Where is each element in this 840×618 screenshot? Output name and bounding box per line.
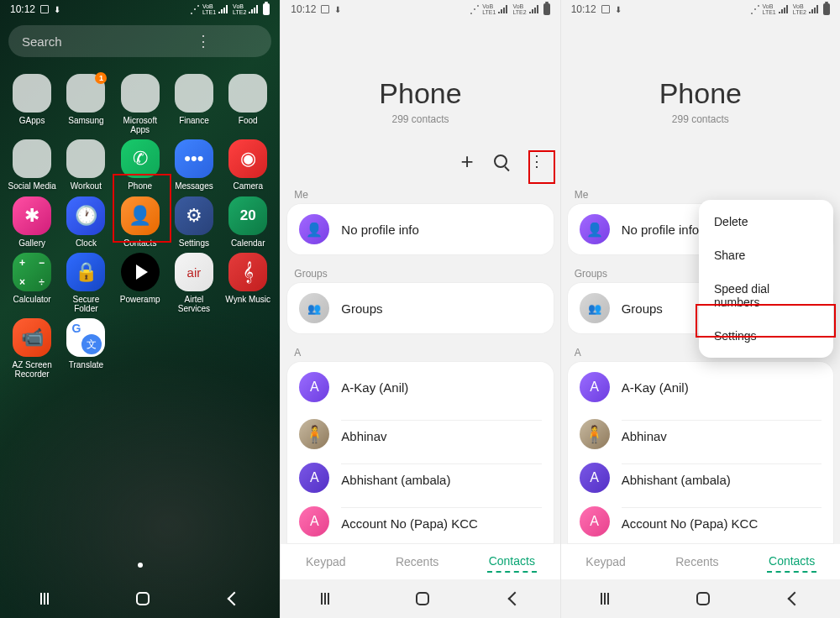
app-gapps[interactable]: GApps — [5, 74, 59, 134]
wifi-icon: ⋰ — [470, 3, 480, 15]
wifi-icon: ⋰ — [190, 3, 200, 15]
contact-row[interactable]: AAbhishant (ambala) — [568, 456, 833, 500]
contact-row[interactable]: AA-Kay (Anil) — [287, 362, 553, 412]
add-contact-button[interactable]: + — [460, 149, 473, 175]
contact-avatar-icon: 🧍 — [299, 419, 329, 449]
nav-recents-button[interactable] — [321, 593, 336, 605]
search-more-icon[interactable]: ⋮ — [143, 32, 264, 50]
nav-back-button[interactable] — [507, 592, 522, 606]
lte1-icon: VoBLTE1 — [202, 3, 216, 15]
me-card[interactable]: 👤 No profile info — [287, 204, 553, 254]
app-label: Messages — [175, 182, 213, 191]
app-phone[interactable]: ✆Phone — [113, 139, 167, 191]
contact-avatar-icon: 🧍 — [580, 419, 610, 449]
folder-icon — [13, 139, 51, 178]
contact-row[interactable]: AAbhishant (ambala) — [287, 456, 553, 500]
app-microsoft-apps[interactable]: Microsoft Apps — [113, 74, 167, 134]
nav-recents-button[interactable] — [40, 593, 55, 605]
phone-app-screen: 10:12 ⬇ ⋰ VoBLTE1 VoBLTE2 Phone 299 cont… — [280, 0, 559, 618]
bottom-tabs: Keypad Recents Contacts — [281, 544, 559, 579]
app-gallery[interactable]: ✱Gallery — [5, 196, 59, 249]
app-airtel-services[interactable]: airAirtel Services — [167, 253, 221, 313]
nav-back-button[interactable] — [228, 592, 242, 606]
app-label: Samsung — [68, 117, 103, 126]
menu-share[interactable]: Share — [699, 238, 833, 272]
contact-row[interactable]: 🧍Abhinav — [287, 412, 553, 456]
lte2-icon: VoBLTE2 — [233, 3, 246, 15]
tab-keypad[interactable]: Keypad — [584, 552, 627, 572]
contact-avatar-icon: A — [580, 506, 610, 537]
app-calendar[interactable]: 20Calendar — [221, 196, 275, 249]
status-screenshot-icon — [40, 5, 49, 13]
status-icons: ⋰ VoBLTE1 VoBLTE2 — [470, 3, 549, 15]
contact-avatar-icon: A — [299, 463, 329, 493]
app-label: Social Media — [8, 182, 56, 191]
wifi-icon: ⋰ — [750, 3, 760, 15]
nav-home-button[interactable] — [696, 592, 710, 605]
nav-bar — [281, 579, 559, 618]
nav-bar — [0, 579, 280, 618]
app-clock[interactable]: 🕐Clock — [59, 196, 113, 249]
contact-name: Abhishant (ambala) — [341, 464, 541, 492]
status-time: 10:12 — [291, 3, 316, 15]
app-icon: 👤 — [121, 196, 160, 235]
folder-icon — [66, 139, 105, 178]
contact-name: Account No (Papa) KCC — [341, 507, 541, 536]
app-secure-folder[interactable]: 🔒Secure Folder — [59, 253, 113, 313]
menu-settings[interactable]: Settings — [699, 319, 833, 353]
nav-back-button[interactable] — [788, 592, 802, 606]
app-workout[interactable]: Workout — [59, 139, 113, 191]
app-az-screen-recorder[interactable]: 📹AZ Screen Recorder — [5, 318, 59, 379]
menu-delete[interactable]: Delete — [699, 205, 833, 238]
contact-row[interactable]: AAccount No (Papa) KCC — [287, 500, 553, 543]
app-icon: 20 — [228, 196, 267, 235]
app-contacts[interactable]: 👤Contacts — [113, 196, 167, 249]
app-finance[interactable]: Finance — [167, 74, 221, 134]
app-social-media[interactable]: Social Media — [5, 139, 59, 191]
app-icon: ⚙ — [175, 196, 213, 235]
contact-row[interactable]: 🧍Abhinav — [568, 412, 833, 456]
folder-icon — [228, 74, 267, 113]
nav-recents-button[interactable] — [601, 593, 616, 605]
app-messages[interactable]: •••Messages — [167, 139, 221, 191]
app-icon: ••• — [175, 139, 213, 178]
app-settings[interactable]: ⚙Settings — [167, 196, 221, 249]
lte2-icon: VoBLTE2 — [793, 3, 806, 15]
app-wynk-music[interactable]: 𝄞Wynk Music — [221, 253, 275, 313]
app-camera[interactable]: ◉Camera — [221, 139, 275, 191]
contact-row[interactable]: AAccount No (Papa) KCC — [568, 500, 833, 543]
app-label: Translate — [69, 361, 103, 370]
contacts-list: AA-Kay (Anil)🧍AbhinavAAbhishant (ambala)… — [568, 362, 833, 543]
signal1-icon — [498, 5, 510, 13]
phone-header: Phone 299 contacts — [281, 18, 559, 150]
groups-card[interactable]: 👥 Groups — [287, 283, 553, 333]
contact-name: Abhinav — [341, 420, 541, 448]
contact-avatar-icon: A — [299, 372, 329, 402]
tab-recents[interactable]: Recents — [674, 552, 720, 572]
nav-home-button[interactable] — [136, 592, 150, 605]
search-button[interactable] — [494, 154, 507, 168]
contact-row[interactable]: AA-Kay (Anil) — [568, 362, 833, 412]
nav-home-button[interactable] — [416, 592, 429, 605]
app-label: Finance — [179, 117, 209, 126]
app-label: Airtel Services — [170, 296, 218, 313]
home-search-bar[interactable]: Search ⋮ — [8, 25, 271, 57]
app-calculator[interactable]: +−×÷Calculator — [5, 253, 59, 313]
tab-contacts[interactable]: Contacts — [487, 551, 537, 573]
me-avatar-icon: 👤 — [580, 214, 610, 244]
more-menu-button[interactable]: ⋮ — [528, 152, 545, 170]
me-avatar-icon: 👤 — [299, 214, 329, 244]
contact-name: Account No (Papa) KCC — [622, 507, 822, 536]
app-translate[interactable]: Translate — [59, 318, 113, 379]
app-food[interactable]: Food — [221, 74, 275, 134]
menu-speed-dial[interactable]: Speed dial numbers — [699, 272, 833, 319]
app-label: AZ Screen Recorder — [8, 361, 56, 379]
tab-keypad[interactable]: Keypad — [304, 552, 347, 572]
lte1-icon: VoBLTE1 — [482, 3, 496, 15]
app-samsung[interactable]: 1Samsung — [59, 74, 113, 134]
tab-recents[interactable]: Recents — [394, 552, 440, 572]
app-label: Settings — [179, 239, 209, 249]
app-poweramp[interactable]: Poweramp — [113, 253, 167, 313]
app-icon — [66, 318, 105, 357]
tab-contacts[interactable]: Contacts — [767, 551, 816, 573]
